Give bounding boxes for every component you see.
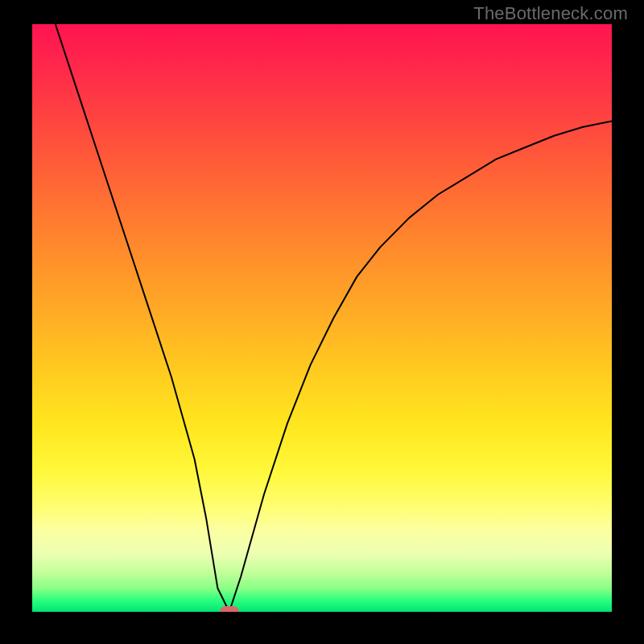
curve-svg	[32, 24, 612, 612]
bottleneck-curve	[56, 24, 612, 612]
plot-area	[32, 24, 612, 612]
min-marker	[220, 606, 239, 612]
watermark-text: TheBottleneck.com	[473, 3, 628, 24]
